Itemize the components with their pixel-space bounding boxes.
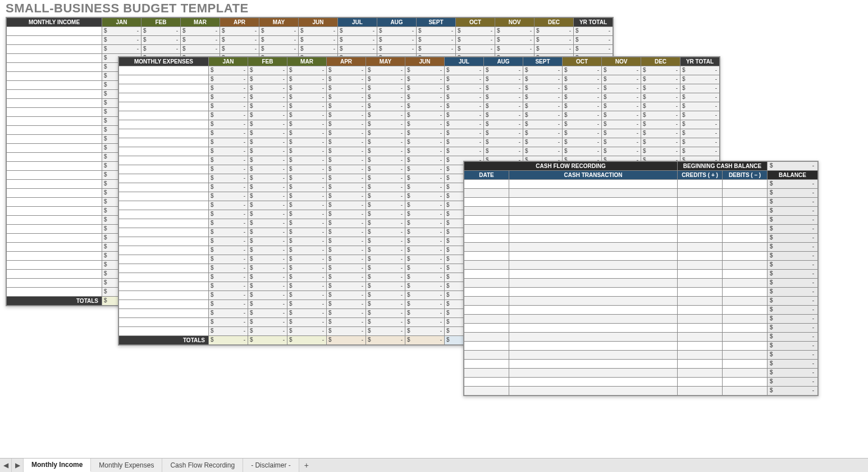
row-label-cell[interactable] [7, 45, 102, 54]
row-label-cell[interactable] [119, 273, 209, 282]
amount-cell[interactable]: $- [484, 66, 523, 75]
amount-cell[interactable]: $- [602, 84, 641, 93]
credit-cell[interactable] [678, 324, 723, 333]
amount-cell[interactable]: $- [405, 156, 445, 165]
amount-cell[interactable]: $- [209, 192, 248, 201]
row-label-cell[interactable] [7, 243, 102, 252]
row-label-cell[interactable] [7, 81, 102, 90]
credit-cell[interactable] [678, 180, 723, 189]
amount-cell[interactable]: $- [641, 84, 680, 93]
credit-cell[interactable] [678, 198, 723, 207]
row-label-cell[interactable] [7, 54, 102, 63]
amount-cell[interactable]: $- [523, 84, 563, 93]
amount-cell[interactable]: $- [405, 300, 445, 309]
amount-cell[interactable]: $- [405, 75, 445, 84]
amount-cell[interactable]: $- [248, 156, 287, 165]
amount-cell[interactable]: $- [209, 237, 248, 246]
amount-cell[interactable]: $- [287, 156, 327, 165]
amount-cell[interactable]: $- [484, 138, 523, 147]
amount-cell[interactable]: $- [181, 36, 220, 45]
amount-cell[interactable]: $- [220, 27, 259, 36]
date-cell[interactable] [464, 207, 509, 216]
date-cell[interactable] [464, 243, 509, 252]
amount-cell[interactable]: $- [248, 309, 287, 318]
amount-cell[interactable]: $- [680, 84, 720, 93]
amount-cell[interactable]: $- [287, 192, 327, 201]
row-label-cell[interactable] [119, 255, 209, 264]
amount-cell[interactable]: $- [484, 129, 523, 138]
date-cell[interactable] [464, 270, 509, 279]
credit-cell[interactable] [678, 189, 723, 198]
row-label-cell[interactable] [7, 90, 102, 99]
amount-cell[interactable]: $- [366, 300, 405, 309]
debit-cell[interactable] [723, 225, 768, 234]
amount-cell[interactable]: $- [141, 27, 181, 36]
amount-cell[interactable]: $- [563, 120, 602, 129]
amount-cell[interactable]: $- [248, 255, 287, 264]
amount-cell[interactable]: $- [405, 228, 445, 237]
transaction-cell[interactable] [509, 252, 678, 261]
amount-cell[interactable]: $- [366, 192, 405, 201]
sheet-tab[interactable]: - Disclaimer - [243, 459, 299, 472]
date-cell[interactable] [464, 378, 509, 387]
amount-cell[interactable]: $- [209, 75, 248, 84]
debit-cell[interactable] [723, 288, 768, 297]
transaction-cell[interactable] [509, 351, 678, 360]
amount-cell[interactable]: $- [366, 183, 405, 192]
amount-cell[interactable]: $- [495, 36, 534, 45]
amount-cell[interactable]: $- [445, 93, 484, 102]
amount-cell[interactable]: $- [299, 36, 338, 45]
amount-cell[interactable]: $- [445, 147, 484, 156]
amount-cell[interactable]: $- [248, 84, 287, 93]
amount-cell[interactable]: $- [366, 255, 405, 264]
credit-cell[interactable] [678, 261, 723, 270]
amount-cell[interactable]: $- [523, 102, 563, 111]
amount-cell[interactable]: $- [366, 75, 405, 84]
amount-cell[interactable]: $- [417, 45, 456, 54]
amount-cell[interactable]: $- [327, 237, 366, 246]
amount-cell[interactable]: $- [287, 165, 327, 174]
amount-cell[interactable]: $- [220, 36, 259, 45]
row-label-cell[interactable] [7, 180, 102, 189]
row-label-cell[interactable] [7, 261, 102, 270]
amount-cell[interactable]: $- [209, 183, 248, 192]
amount-cell[interactable]: $- [287, 93, 327, 102]
date-cell[interactable] [464, 180, 509, 189]
amount-cell[interactable]: $- [445, 129, 484, 138]
amount-cell[interactable]: $- [327, 318, 366, 327]
amount-cell[interactable]: $- [248, 93, 287, 102]
amount-cell[interactable]: $- [327, 192, 366, 201]
amount-cell[interactable]: $- [287, 219, 327, 228]
amount-cell[interactable]: $- [574, 36, 613, 45]
amount-cell[interactable]: $- [102, 27, 141, 36]
amount-cell[interactable]: $- [287, 174, 327, 183]
amount-cell[interactable]: $- [327, 300, 366, 309]
amount-cell[interactable]: $- [405, 120, 445, 129]
amount-cell[interactable]: $- [209, 147, 248, 156]
amount-cell[interactable]: $- [259, 36, 299, 45]
amount-cell[interactable]: $- [287, 75, 327, 84]
amount-cell[interactable]: $- [248, 219, 287, 228]
amount-cell[interactable]: $- [248, 174, 287, 183]
amount-cell[interactable]: $- [209, 201, 248, 210]
row-label-cell[interactable] [7, 117, 102, 126]
amount-cell[interactable]: $- [641, 102, 680, 111]
amount-cell[interactable]: $- [523, 120, 563, 129]
amount-cell[interactable]: $- [181, 45, 220, 54]
amount-cell[interactable]: $- [209, 174, 248, 183]
amount-cell[interactable]: $- [405, 102, 445, 111]
amount-cell[interactable]: $- [327, 255, 366, 264]
amount-cell[interactable]: $- [366, 282, 405, 291]
amount-cell[interactable]: $- [287, 291, 327, 300]
amount-cell[interactable]: $- [209, 156, 248, 165]
amount-cell[interactable]: $- [327, 183, 366, 192]
transaction-cell[interactable] [509, 387, 678, 396]
amount-cell[interactable]: $- [248, 165, 287, 174]
amount-cell[interactable]: $- [405, 129, 445, 138]
amount-cell[interactable]: $- [248, 102, 287, 111]
amount-cell[interactable]: $- [405, 237, 445, 246]
amount-cell[interactable]: $- [405, 210, 445, 219]
transaction-cell[interactable] [509, 369, 678, 378]
amount-cell[interactable]: $- [405, 66, 445, 75]
row-label-cell[interactable] [7, 153, 102, 162]
